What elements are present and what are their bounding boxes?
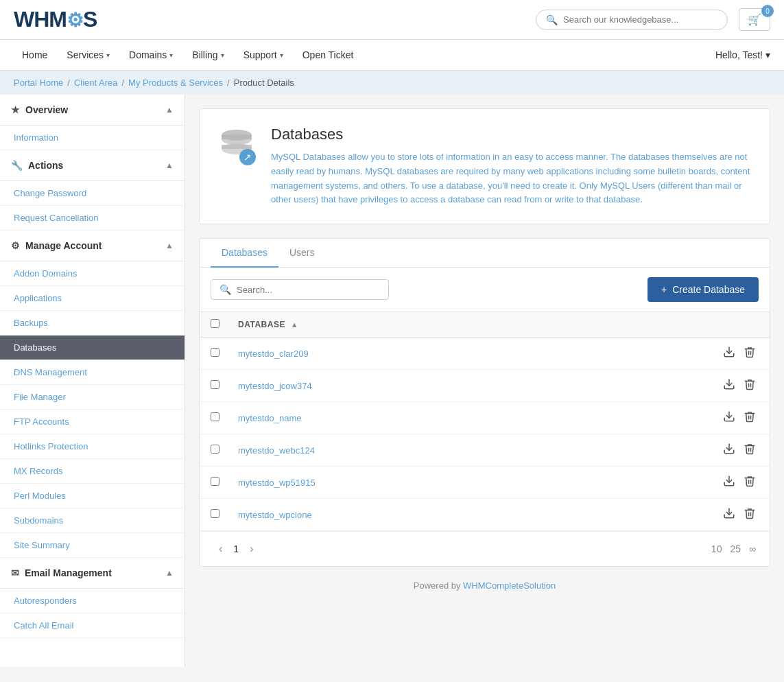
table-row: mytestdo_webc124 [200,434,770,467]
download-icon-0[interactable] [723,346,735,361]
sidebar-item-dns-management[interactable]: DNS Management [0,360,185,385]
sidebar: ★ Overview ▲ Information 🔧 Actions ▲ Cha… [0,95,185,667]
table-row: mytestdo_wp51915 [200,467,770,499]
top-header: WHM⚙S 🔍 🛒 0 [0,0,784,40]
sidebar-section-email-management-title: ✉ Email Management [11,567,112,578]
sidebar-item-information[interactable]: Information [0,126,185,150]
nav-item-billing[interactable]: Billing ▾ [184,40,232,70]
sidebar-item-site-summary[interactable]: Site Summary [0,533,185,558]
delete-icon-0[interactable] [744,346,756,361]
delete-icon-3[interactable] [744,443,756,458]
table-header-actions-col [571,312,770,338]
table-header-database: DATABASE ▲ [227,312,571,338]
sidebar-section-manage-account-label: Manage Account [25,240,102,251]
svg-text:↗: ↗ [243,152,252,163]
sidebar-section-manage-account[interactable]: ⚙ Manage Account ▲ [0,231,185,261]
search-input[interactable] [563,14,717,25]
tab-users[interactable]: Users [278,239,326,268]
sidebar-item-catch-all-email[interactable]: Catch All Email [0,613,185,638]
database-search-wrap[interactable]: 🔍 [211,279,389,300]
row-check-col [200,499,227,531]
row-checkbox-4[interactable] [211,477,219,486]
delete-icon-2[interactable] [744,410,756,425]
databases-table: DATABASE ▲ mytestdo_clar209 [200,311,770,531]
nav-item-home[interactable]: Home [14,40,56,70]
sidebar-item-perl-modules[interactable]: Perl Modules [0,484,185,508]
nav-user-menu[interactable]: Hello, Test! ▾ [715,49,770,60]
delete-icon-5[interactable] [744,507,756,522]
delete-icon-1[interactable] [744,378,756,393]
search-box[interactable]: 🔍 [536,10,728,30]
sidebar-section-overview[interactable]: ★ Overview ▲ [0,95,185,126]
databases-intro-card: ↗ Databases MySQL Databases allow you to… [199,108,770,224]
table-header-check [200,312,227,338]
sidebar-section-actions[interactable]: 🔧 Actions ▲ [0,150,185,181]
delete-icon-4[interactable] [744,475,756,490]
nav-billing-label: Billing [192,49,217,60]
sidebar-item-change-password[interactable]: Change Password [0,181,185,206]
page-prev-button[interactable]: ‹ [213,540,228,558]
sidebar-item-addon-domains[interactable]: Addon Domains [0,261,185,286]
page-size-all[interactable]: ∞ [749,543,756,554]
nav-item-services[interactable]: Services ▾ [58,40,118,70]
row-checkbox-0[interactable] [211,348,219,357]
sidebar-item-hotlinks-protection[interactable]: Hotlinks Protection [0,434,185,459]
nav-item-open-ticket[interactable]: Open Ticket [294,40,362,70]
download-icon-4[interactable] [723,475,735,490]
breadcrumb-client-area[interactable]: Client Area [74,78,118,88]
nav-item-support[interactable]: Support ▾ [235,40,292,70]
select-all-checkbox[interactable] [211,319,219,328]
row-check-col [200,402,227,434]
nav-bar: Home Services ▾ Domains ▾ Billing ▾ Supp… [0,40,784,71]
sidebar-item-autoresponders[interactable]: Autoresponders [0,589,185,613]
cart-button[interactable]: 🛒 0 [739,8,770,31]
row-checkbox-5[interactable] [211,509,219,518]
sidebar-section-actions-title: 🔧 Actions [11,160,63,171]
create-database-button[interactable]: + Create Database [648,277,759,302]
sidebar-item-file-manager[interactable]: File Manager [0,385,185,410]
databases-table-card: Databases Users 🔍 + Create Database [199,238,770,567]
star-icon: ★ [11,104,20,115]
row-checkbox-1[interactable] [211,380,219,389]
breadcrumb-portal-home[interactable]: Portal Home [14,78,63,88]
sidebar-section-overview-title: ★ Overview [11,104,68,115]
download-icon-2[interactable] [723,410,735,425]
nav-domains-label: Domains [129,49,167,60]
row-checkbox-3[interactable] [211,445,219,454]
row-checkbox-2[interactable] [211,412,219,421]
row-db-name: mytestdo_wp51915 [227,467,571,499]
databases-title: Databases [271,126,753,143]
nav-services-label: Services [67,49,104,60]
logo-gear: ⚙ [67,10,83,31]
nav-support-arrow: ▾ [280,51,283,59]
gear-icon: ⚙ [11,240,20,251]
nav-support-label: Support [243,49,277,60]
sidebar-overview-chevron: ▲ [165,105,174,115]
download-icon-1[interactable] [723,378,735,393]
sidebar-section-email-management[interactable]: ✉ Email Management ▲ [0,558,185,589]
nav-item-domains[interactable]: Domains ▾ [121,40,181,70]
sidebar-item-mx-records[interactable]: MX Records [0,459,185,484]
breadcrumb-products-services[interactable]: My Products & Services [128,78,223,88]
page-sizes: 10 25 ∞ [711,543,756,554]
sidebar-item-ftp-accounts[interactable]: FTP Accounts [0,410,185,434]
page-next-button[interactable]: › [244,540,259,558]
sidebar-item-subdomains[interactable]: Subdomains [0,508,185,533]
tab-databases[interactable]: Databases [211,239,278,268]
sidebar-item-backups[interactable]: Backups [0,311,185,336]
main-layout: ★ Overview ▲ Information 🔧 Actions ▲ Cha… [0,95,784,667]
sidebar-item-applications[interactable]: Applications [0,286,185,311]
database-search-input[interactable] [237,285,380,295]
sidebar-item-request-cancellation[interactable]: Request Cancellation [0,206,185,231]
sort-icon: ▲ [291,320,298,329]
nav-left: Home Services ▾ Domains ▾ Billing ▾ Supp… [14,40,361,70]
download-icon-3[interactable] [723,443,735,458]
page-size-10[interactable]: 10 [711,543,722,554]
footer-link[interactable]: WHMCompleteSolution [463,580,556,591]
download-icon-5[interactable] [723,507,735,522]
row-db-name: mytestdo_webc124 [227,434,571,467]
sidebar-item-databases[interactable]: Databases [0,336,185,360]
breadcrumb-product-details: Product Details [234,78,294,88]
page-size-25[interactable]: 25 [730,543,741,554]
search-icon: 🔍 [546,14,558,25]
